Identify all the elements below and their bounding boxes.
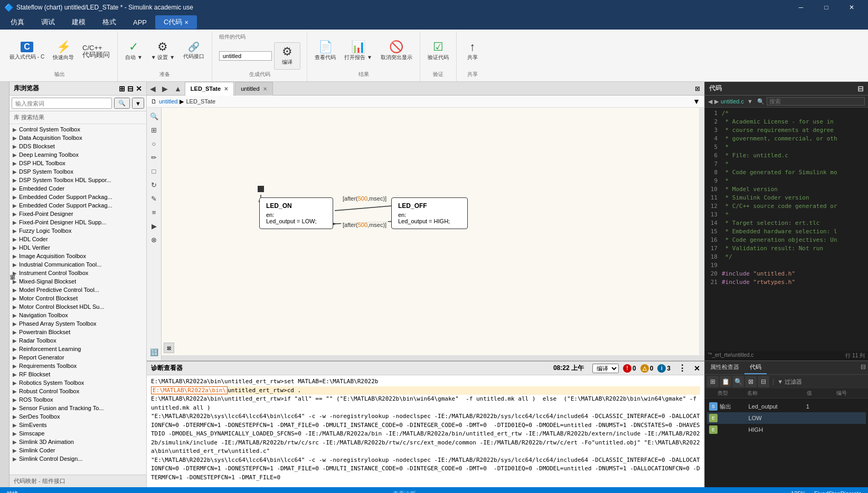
lib-item[interactable]: ▶Fixed-Point Designer HDL Supp... — [11, 218, 145, 226]
lib-item[interactable]: ▶Industrial Communication Tool... — [11, 260, 145, 269]
pencil-button[interactable]: ✏ — [148, 151, 161, 164]
menu-simulation[interactable]: 仿真 — [2, 15, 33, 29]
tab-untitled[interactable]: untitled ✕ — [235, 82, 272, 96]
sym-btn-5[interactable]: ⊟ — [758, 376, 769, 387]
minimize-button[interactable]: ─ — [789, 0, 813, 15]
lib-item[interactable]: ▶Fuzzy Logic Toolbox — [11, 226, 145, 235]
lib-item[interactable]: ▶Embedded Coder Support Packag... — [11, 193, 145, 201]
right-bottom-expand-icon[interactable]: ⊟ — [858, 361, 868, 374]
lib-item[interactable]: ▶HDL Coder — [11, 235, 145, 243]
diag-close-icon[interactable]: ✕ — [694, 364, 700, 373]
nav-search-icon[interactable]: 🔍 — [757, 98, 765, 105]
label-button[interactable]: ✎ — [148, 192, 161, 205]
draw-circle-button[interactable]: ○ — [148, 137, 161, 150]
code-search-input[interactable] — [767, 97, 865, 106]
menu-ccode[interactable]: C代码 ✕ — [155, 15, 197, 29]
maximize-button[interactable]: □ — [814, 0, 838, 15]
lib-layout-icon[interactable]: ⊞ — [119, 84, 125, 93]
status-center[interactable]: 查看诊断 — [393, 490, 416, 494]
code-file-link[interactable]: untitled.c — [721, 98, 744, 105]
breadcrumb-expand-icon[interactable]: ▼ — [693, 97, 700, 106]
lib-item[interactable]: ▶DSP HDL Toolbox — [11, 159, 145, 167]
tab-property-inspector[interactable]: 属性检查器 — [705, 361, 744, 374]
zoom-in-button[interactable]: 🔍 — [148, 110, 161, 122]
lib-item[interactable]: ▶Requirements Toolbox — [11, 362, 145, 370]
sym-row-led-output[interactable]: S 输出 Led_output 1 — [707, 401, 866, 412]
menu-debug[interactable]: 调试 — [33, 15, 63, 29]
component-name-input[interactable] — [219, 51, 272, 61]
compile-button[interactable]: ⚙ 编译 — [274, 42, 300, 70]
settings-button[interactable]: ⚙ ▼ 设置 ▼ — [148, 39, 178, 63]
lib-item[interactable]: ▶SimEvents — [11, 421, 145, 429]
lib-item[interactable]: ▶Simlink Coder — [11, 446, 145, 454]
close-button[interactable]: ✕ — [839, 0, 864, 15]
lib-item[interactable]: ▶DSP System Toolbox HDL Suppor... — [11, 176, 145, 184]
lib-item[interactable]: ▶Instrument Control Toolbox — [11, 269, 145, 277]
sym-btn-3[interactable]: 🔍 — [732, 376, 744, 387]
lib-item[interactable]: ▶Phased Array System Toolbox — [11, 319, 145, 328]
sym-btn-1[interactable]: ⊞ — [707, 376, 719, 387]
menu-format[interactable]: 格式 — [94, 15, 125, 29]
lib-search-input[interactable] — [12, 98, 112, 109]
lib-item[interactable]: ▶Radar Toolbox — [11, 336, 145, 345]
fit-view-button[interactable]: ⊞ — [148, 124, 161, 136]
lib-item[interactable]: ▶Sensor Fusion and Tracking To... — [11, 404, 145, 412]
lib-item[interactable]: ▶SerDes Toolbox — [11, 412, 145, 421]
tab-untitled-close[interactable]: ✕ — [263, 86, 267, 92]
tab-nav-right[interactable]: ▶ — [159, 83, 171, 94]
menu-app[interactable]: APP — [125, 16, 155, 29]
play-button[interactable]: ▶ — [148, 220, 161, 232]
lib-item[interactable]: ▶Embedded Coder Support Packag... — [11, 201, 145, 210]
menu-model[interactable]: 建模 — [63, 15, 94, 29]
tab-nav-up[interactable]: ▲ — [171, 83, 185, 94]
share-button[interactable]: ↑ 共享 — [462, 39, 483, 63]
lib-item[interactable]: ▶Report Generator — [11, 353, 145, 362]
draw-rect-button[interactable]: □ — [148, 165, 161, 177]
diag-menu-icon[interactable]: ⋮ — [675, 363, 690, 373]
lib-item[interactable]: ▶Navigation Toolbox — [11, 311, 145, 319]
lib-item[interactable]: ▶RF Blockset — [11, 370, 145, 378]
lib-item[interactable]: ▶Model Predictive Control Tool... — [11, 286, 145, 294]
tab-code[interactable]: 代码 — [744, 361, 767, 374]
canvas-scrollbar-v[interactable] — [699, 108, 704, 355]
sf-state-led-on[interactable]: LED_ON en:Led_output = LOW; — [259, 197, 333, 229]
lib-item[interactable]: ▶Embedded Coder — [11, 184, 145, 193]
breadcrumb-model[interactable]: untitled — [159, 98, 177, 105]
nav-forward-icon[interactable]: ▶ — [714, 98, 719, 105]
lib-item[interactable]: ▶Mixed-Signal Blockset — [11, 277, 145, 286]
rotate-button[interactable]: ↻ — [148, 178, 161, 191]
lib-search-button[interactable]: 🔍 — [114, 98, 130, 109]
lib-item[interactable]: ▶DSP System Toolbox — [11, 167, 145, 176]
tab-nav-left[interactable]: ◀ — [147, 83, 159, 94]
lib-item[interactable]: ▶Reinforcement Learning — [11, 345, 145, 353]
lib-item[interactable]: ▶HDL Verifier — [11, 243, 145, 252]
lib-item[interactable]: ▶Data Acquisition Toolbox — [11, 134, 145, 142]
verify-code-button[interactable]: ☑ 验证代码 — [424, 39, 452, 63]
lib-item[interactable]: ▶DDS Blockset — [11, 142, 145, 150]
sym-btn-4[interactable]: ⊠ — [745, 376, 757, 387]
nav-back-icon[interactable]: ◀ — [708, 98, 712, 105]
lib-item[interactable]: ▶Fixed-Point Designer — [11, 210, 145, 218]
info-button[interactable]: 🔢 — [148, 346, 161, 358]
ccode-close-icon[interactable]: ✕ — [184, 20, 188, 25]
table-button[interactable]: ≡ — [148, 206, 161, 219]
quick-guide-button[interactable]: ⚡ 快速向导 — [50, 39, 77, 63]
tab-led-state[interactable]: LED_STate ✕ — [185, 82, 234, 96]
lib-item[interactable]: ▶Simlink 3D Animation — [11, 438, 145, 446]
canvas-scrollbar-h[interactable] — [162, 355, 704, 361]
tab-led-state-close[interactable]: ✕ — [224, 86, 228, 92]
lib-item[interactable]: ▶Simscape — [11, 429, 145, 438]
lib-item[interactable]: ▶Simlink Control Design... — [11, 454, 145, 463]
lib-item[interactable]: ▶Deep Learning Toolbox — [11, 150, 145, 159]
lib-item[interactable]: ▶Motor Control Blockset — [11, 294, 145, 302]
lib-grid-icon[interactable]: ⊟ — [127, 84, 134, 93]
sym-btn-2[interactable]: 📋 — [720, 376, 731, 387]
sym-row-high[interactable]: E HIGH — [707, 424, 866, 435]
sf-state-led-off[interactable]: LED_OFF en:Led_output = HIGH; — [391, 197, 468, 229]
diag-status-select[interactable]: 编译 — [592, 364, 619, 373]
lib-search-options-button[interactable]: ▼ — [132, 98, 144, 109]
lib-item[interactable]: ▶Robotics System Toolbox — [11, 378, 145, 387]
cancel-highlight-button[interactable]: 🚫 取消突出显示 — [378, 39, 416, 63]
lib-item[interactable]: ▶Image Acquisition Toolbox — [11, 252, 145, 260]
lib-item[interactable]: ▶Powertrain Blockset — [11, 328, 145, 336]
